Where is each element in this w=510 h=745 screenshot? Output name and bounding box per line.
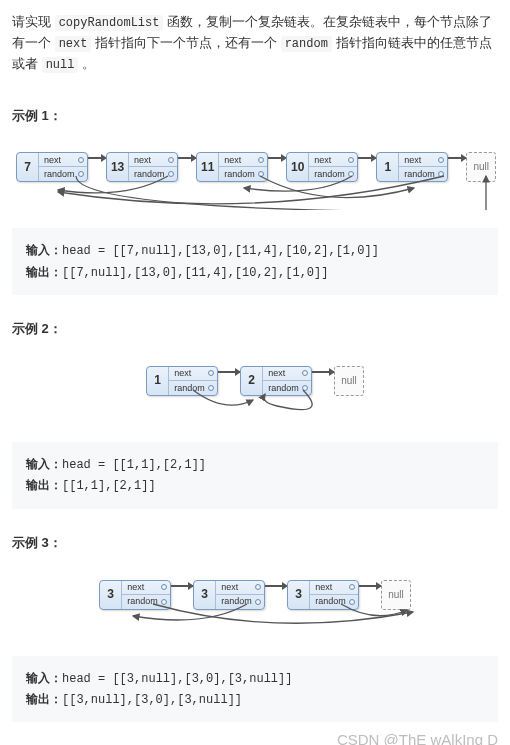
next-slot: next	[309, 153, 357, 167]
random-slot: random	[219, 167, 267, 181]
next-arrow	[312, 371, 334, 373]
example-2-io: 输入：head = [[1,1],[2,1]] 输出：[[1,1],[2,1]]	[12, 442, 498, 509]
output-value: [[3,null],[3,0],[3,null]]	[62, 693, 242, 707]
next-slot: next	[263, 367, 311, 381]
next-arrow	[265, 585, 287, 587]
node-value: 1	[377, 153, 399, 181]
example-2-title: 示例 2：	[12, 319, 498, 340]
output-value: [[7,null],[13,0],[11,4],[10,2],[1,0]]	[62, 266, 328, 280]
next-slot: next	[310, 581, 358, 595]
next-arrow	[218, 371, 240, 373]
list-node: 11nextrandom	[196, 152, 268, 182]
head-label: head =	[62, 672, 112, 686]
null-terminator: null	[381, 580, 411, 610]
input-value: [[7,null],[13,0],[11,4],[10,2],[1,0]]	[112, 244, 378, 258]
random-slot: random	[122, 595, 170, 609]
example-3-diagram: 3nextrandom3nextrandom3nextrandomnull	[12, 566, 498, 638]
kw-next: next	[55, 36, 92, 52]
next-arrow	[178, 157, 196, 159]
kw-random: random	[281, 36, 332, 52]
node-value: 1	[147, 367, 169, 395]
head-label: head =	[62, 458, 112, 472]
list-node: 3nextrandom	[193, 580, 265, 610]
node-value: 3	[100, 581, 122, 609]
next-slot: next	[399, 153, 447, 167]
input-label: 输入：	[26, 243, 62, 257]
example-3-io: 输入：head = [[3,null],[3,0],[3,null]] 输出：[…	[12, 656, 498, 723]
list-node: 3nextrandom	[287, 580, 359, 610]
next-slot: next	[122, 581, 170, 595]
example-2-diagram: 1nextrandom2nextrandomnull	[12, 352, 498, 424]
problem-description: 请实现 copyRandomList 函数，复制一个复杂链表。在复杂链表中，每个…	[12, 12, 498, 76]
example-1-title: 示例 1：	[12, 106, 498, 127]
list-node: 10nextrandom	[286, 152, 358, 182]
next-slot: next	[216, 581, 264, 595]
node-value: 2	[241, 367, 263, 395]
next-arrow	[448, 157, 466, 159]
next-arrow	[268, 157, 286, 159]
random-slot: random	[129, 167, 177, 181]
output-label: 输出：	[26, 265, 62, 279]
node-value: 10	[287, 153, 309, 181]
node-value: 3	[288, 581, 310, 609]
next-arrow	[171, 585, 193, 587]
next-arrow	[358, 157, 376, 159]
output-label: 输出：	[26, 478, 62, 492]
input-value: [[3,null],[3,0],[3,null]]	[112, 672, 292, 686]
next-arrow	[88, 157, 106, 159]
list-node: 2nextrandom	[240, 366, 312, 396]
desc-text: 指针指向下一个节点，还有一个	[91, 35, 280, 50]
random-slot: random	[309, 167, 357, 181]
node-value: 7	[17, 153, 39, 181]
list-node: 1nextrandom	[146, 366, 218, 396]
example-1-io: 输入：head = [[7,null],[13,0],[11,4],[10,2]…	[12, 228, 498, 295]
list-node: 13nextrandom	[106, 152, 178, 182]
random-slot: random	[39, 167, 87, 181]
next-slot: next	[219, 153, 267, 167]
random-slot: random	[169, 381, 217, 395]
input-label: 输入：	[26, 457, 62, 471]
null-terminator: null	[466, 152, 496, 182]
next-slot: next	[169, 367, 217, 381]
list-node: 1nextrandom	[376, 152, 448, 182]
next-slot: next	[39, 153, 87, 167]
node-value: 3	[194, 581, 216, 609]
random-slot: random	[263, 381, 311, 395]
random-slot: random	[216, 595, 264, 609]
example-1-diagram: 7nextrandom13nextrandom11nextrandom10nex…	[12, 138, 498, 210]
next-slot: next	[129, 153, 177, 167]
random-slot: random	[399, 167, 447, 181]
output-label: 输出：	[26, 692, 62, 706]
null-terminator: null	[334, 366, 364, 396]
list-node: 3nextrandom	[99, 580, 171, 610]
desc-text: 请实现	[12, 14, 55, 29]
list-node: 7nextrandom	[16, 152, 88, 182]
fn-name: copyRandomList	[55, 15, 164, 31]
watermark: CSDN @ThE wAlkIng D	[337, 728, 498, 745]
desc-text: 。	[78, 56, 95, 71]
node-value: 11	[197, 153, 219, 181]
example-3-title: 示例 3：	[12, 533, 498, 554]
next-arrow	[359, 585, 381, 587]
kw-null: null	[42, 57, 79, 73]
input-value: [[1,1],[2,1]]	[112, 458, 206, 472]
head-label: head =	[62, 244, 112, 258]
node-value: 13	[107, 153, 129, 181]
random-slot: random	[310, 595, 358, 609]
output-value: [[1,1],[2,1]]	[62, 479, 156, 493]
input-label: 输入：	[26, 671, 62, 685]
